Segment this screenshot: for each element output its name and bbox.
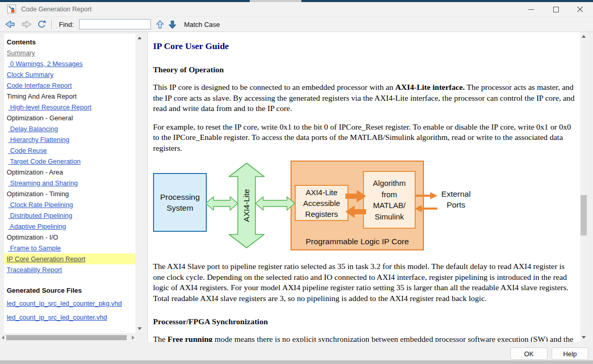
sidebar-item-high-level-resource-report[interactable]: High-level Resource Report xyxy=(4,102,135,113)
ok-button[interactable]: OK xyxy=(510,347,548,360)
paragraph: The AXI4 Slave port to pipeline register… xyxy=(153,261,576,304)
external-ports-label: External Ports xyxy=(436,188,476,210)
help-button[interactable]: Help xyxy=(552,347,588,360)
window-bottom-edge xyxy=(0,360,593,364)
sidebar-item-clock-summary[interactable]: Clock Summary xyxy=(4,69,135,80)
section-heading-sync: Processor/FPGA Synchronization xyxy=(153,317,576,326)
paragraph: For example, to reset the IP core, write… xyxy=(153,122,576,154)
sidebar-section-optimization-i-o: Optimization - I/O xyxy=(4,232,135,243)
minimize-icon xyxy=(528,7,534,12)
back-button[interactable] xyxy=(4,20,16,29)
contents-sidebar: Contents Summary 0 Warnings, 2 MessagesC… xyxy=(4,34,135,333)
sidebar-section-optimization-general: Optimization - General xyxy=(4,113,135,123)
alg-to-reg-arrow xyxy=(345,205,366,218)
find-toolbar: Find: Match Case xyxy=(0,17,593,32)
sidebar-item-code-reuse[interactable]: Code Reuse xyxy=(4,145,135,156)
forward-button[interactable] xyxy=(21,20,33,29)
axi4-registers-box: AXI4-Lite Accessible Registers xyxy=(295,185,348,221)
title-bar: Code Generation Report xyxy=(0,2,593,17)
vertical-scroll-thumb[interactable] xyxy=(581,195,587,235)
sidebar-item-adaptive-pipelining[interactable]: Adaptive Pipelining xyxy=(4,221,135,232)
sidebar-item-code-interface-report[interactable]: Code Interface Report xyxy=(4,80,135,91)
sidebar-item-delay-balancing[interactable]: Delay Balancing xyxy=(4,123,135,134)
external-out-arrow xyxy=(415,192,437,199)
axi4-lite-bus-label: AXI4-Lite xyxy=(242,189,251,222)
minimize-button[interactable] xyxy=(519,2,543,17)
refresh-icon xyxy=(37,20,47,29)
programmable-logic-label: Programmable Logic IP Core xyxy=(292,237,423,246)
refresh-button[interactable] xyxy=(37,20,47,29)
paragraph: This IP core is designed to be connected… xyxy=(153,82,576,114)
sidebar-item-target-code-generation[interactable]: Target Code Generation xyxy=(4,156,135,167)
ip-core-architecture-diagram: Processing System AXI4-Lite Programmable… xyxy=(153,160,576,254)
sidebar-item-0-warnings-2-messages[interactable]: 0 Warnings, 2 Messages xyxy=(4,58,135,69)
find-next-icon xyxy=(168,20,177,29)
sidebar-section-timing-and-area-report: Timing And Area Report xyxy=(4,91,135,102)
sidebar-item-ip-core-generation-report[interactable]: IP Core Generation Report xyxy=(4,254,135,264)
scroll-down-icon[interactable] xyxy=(138,327,142,330)
sidebar-item-frame-to-sample[interactable]: Frame to Sample xyxy=(4,243,135,254)
content-vertical-scrollbar[interactable] xyxy=(580,32,587,342)
algorithm-box: Algorithm from MATLAB/ Simulink xyxy=(363,171,416,229)
scroll-left-icon[interactable] xyxy=(2,336,4,340)
find-label: Find: xyxy=(59,21,74,28)
horizontal-scroll-thumb[interactable] xyxy=(6,335,127,340)
scroll-up-icon[interactable] xyxy=(582,35,586,38)
app-icon xyxy=(7,5,16,13)
find-previous-icon xyxy=(156,20,164,29)
report-content-pane: IP Core User Guide Theory of Operation T… xyxy=(147,32,580,342)
maximize-button[interactable] xyxy=(544,2,568,17)
contents-title: Contents xyxy=(4,34,135,48)
external-in-arrow xyxy=(415,205,437,212)
sidebar-files-list: led_count_ip_src_led_counter_pkg.vhdled_… xyxy=(4,296,135,324)
sidebar-item-streaming-and-sharing[interactable]: Streaming and Sharing xyxy=(4,178,135,188)
paragraph: The Free running mode means there is no … xyxy=(153,334,576,342)
sidebar-item-clock-rate-pipelining[interactable]: Clock Rate Pipelining xyxy=(4,199,135,210)
page-title: IP Core User Guide xyxy=(153,41,576,52)
match-case-toggle[interactable]: Match Case xyxy=(184,21,220,28)
bottom-button-bar: OK Help xyxy=(0,342,593,360)
code-generation-report-window: Code Generation Report Find: Match C xyxy=(0,0,593,364)
sidebar-item-distributed-pipelining[interactable]: Distributed Pipelining xyxy=(4,210,135,221)
processing-system-box: Processing System xyxy=(153,173,207,232)
close-icon xyxy=(577,6,583,12)
window-title: Code Generation Report xyxy=(21,6,92,13)
scroll-up-icon[interactable] xyxy=(138,37,142,39)
generated-file-link[interactable]: led_count_ip_src_led_counter.vhd xyxy=(4,310,135,324)
sidebar-item-traceability-report[interactable]: Traceability Report xyxy=(4,264,135,275)
generated-source-files-title: Generated Source Files xyxy=(4,275,135,296)
generated-file-link[interactable]: led_count_ip_src_led_counter_pkg.vhd xyxy=(4,296,135,310)
sidebar-contents-list: Summary 0 Warnings, 2 MessagesClock Summ… xyxy=(4,48,135,275)
find-next-button[interactable] xyxy=(168,20,177,29)
back-icon xyxy=(4,20,16,29)
sidebar-vertical-scrollbar[interactable] xyxy=(136,34,143,333)
forward-icon xyxy=(21,20,33,29)
section-heading-theory: Theory of Operation xyxy=(153,65,576,74)
sidebar-section-optimization-area: Optimization - Area xyxy=(4,167,135,178)
scroll-down-icon[interactable] xyxy=(582,336,586,339)
sidebar-item-summary[interactable]: Summary xyxy=(4,48,135,58)
maximize-icon xyxy=(553,7,559,12)
find-previous-button[interactable] xyxy=(156,20,164,29)
toolbar-separator xyxy=(51,20,52,29)
axi-link-arrow-right xyxy=(255,196,295,211)
sidebar-item-hierarchy-flattening[interactable]: Hierarchy Flattening xyxy=(4,134,135,145)
close-button[interactable] xyxy=(568,2,592,17)
sidebar-section-optimization-timing: Optimization - Timing xyxy=(4,188,135,199)
sidebar-horizontal-scrollbar[interactable] xyxy=(0,334,136,341)
find-input[interactable] xyxy=(79,19,151,29)
scroll-right-icon[interactable] xyxy=(132,336,134,340)
reg-to-alg-arrow xyxy=(345,190,366,202)
